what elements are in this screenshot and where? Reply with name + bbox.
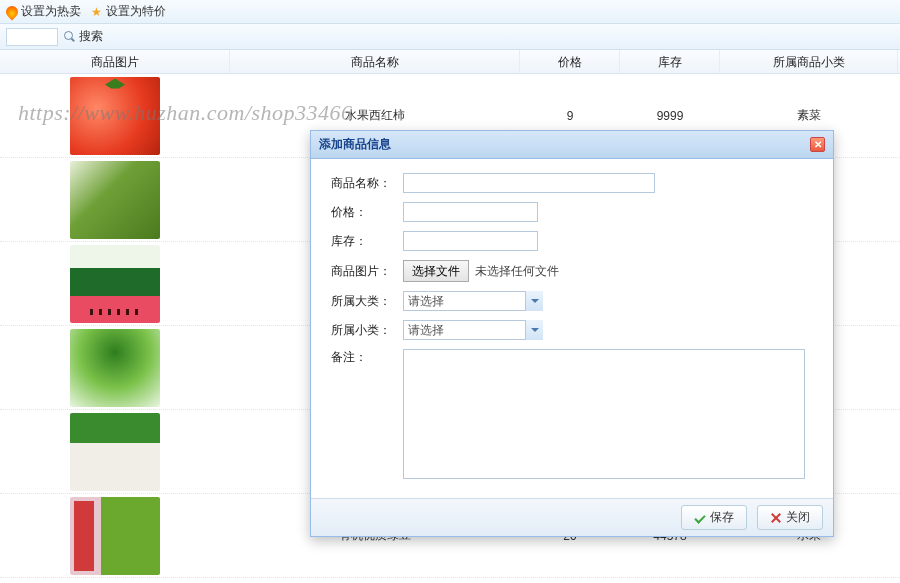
col-header-price: 价格 xyxy=(520,50,620,73)
label-price: 价格： xyxy=(331,204,403,221)
grid-header: 商品图片 商品名称 价格 库存 所属商品小类 xyxy=(0,50,900,74)
minor-cat-value: 请选择 xyxy=(408,322,444,339)
search-button[interactable]: 搜索 xyxy=(64,28,103,45)
top-toolbar: 设置为热卖 ★ 设置为特价 xyxy=(0,0,900,24)
x-icon xyxy=(770,512,782,524)
product-thumb xyxy=(70,161,160,239)
cell-category: 素菜 xyxy=(720,107,898,124)
save-button[interactable]: 保存 xyxy=(681,505,747,530)
file-status-text: 未选择任何文件 xyxy=(475,263,559,280)
cell-name: 水果西红柿 xyxy=(230,107,520,124)
close-button-label: 关闭 xyxy=(786,509,810,526)
add-product-modal: 添加商品信息 ✕ 商品名称： 价格： 库存： 商品图片： 选择文件 未选择任何文… xyxy=(310,130,834,537)
chevron-down-icon xyxy=(525,291,543,311)
chevron-down-icon xyxy=(525,320,543,340)
search-icon xyxy=(64,31,76,43)
major-category-select[interactable]: 请选择 xyxy=(403,291,543,311)
label-minor-cat: 所属小类： xyxy=(331,322,403,339)
col-header-name: 商品名称 xyxy=(230,50,520,73)
modal-body: 商品名称： 价格： 库存： 商品图片： 选择文件 未选择任何文件 所属大类： 请… xyxy=(311,159,833,498)
remark-textarea[interactable] xyxy=(403,349,805,479)
set-special-label: 设置为特价 xyxy=(106,3,166,20)
modal-header[interactable]: 添加商品信息 ✕ xyxy=(311,131,833,159)
cell-price: 9 xyxy=(520,109,620,123)
major-cat-value: 请选择 xyxy=(408,293,444,310)
col-header-image: 商品图片 xyxy=(0,50,230,73)
search-bar: 搜索 xyxy=(0,24,900,50)
label-stock: 库存： xyxy=(331,233,403,250)
modal-close-button[interactable]: ✕ xyxy=(810,137,825,152)
label-major-cat: 所属大类： xyxy=(331,293,403,310)
stock-input[interactable] xyxy=(403,231,538,251)
star-icon: ★ xyxy=(91,6,103,18)
close-button[interactable]: 关闭 xyxy=(757,505,823,530)
product-thumb xyxy=(70,329,160,407)
search-input[interactable] xyxy=(6,28,58,46)
set-special-button[interactable]: ★ 设置为特价 xyxy=(91,3,166,20)
product-name-input[interactable] xyxy=(403,173,655,193)
set-hot-button[interactable]: 设置为热卖 xyxy=(6,3,81,20)
label-name: 商品名称： xyxy=(331,175,403,192)
price-input[interactable] xyxy=(403,202,538,222)
modal-title: 添加商品信息 xyxy=(319,136,391,153)
product-thumb xyxy=(70,245,160,323)
check-icon xyxy=(694,512,706,524)
col-header-stock: 库存 xyxy=(620,50,720,73)
set-hot-label: 设置为热卖 xyxy=(21,3,81,20)
save-button-label: 保存 xyxy=(710,509,734,526)
col-header-category: 所属商品小类 xyxy=(720,50,898,73)
product-thumb xyxy=(70,413,160,491)
modal-footer: 保存 关闭 xyxy=(311,498,833,536)
fire-icon xyxy=(4,3,21,20)
minor-category-select[interactable]: 请选择 xyxy=(403,320,543,340)
close-icon: ✕ xyxy=(814,139,822,150)
product-thumb xyxy=(70,497,160,575)
search-button-label: 搜索 xyxy=(79,28,103,45)
product-thumb xyxy=(70,77,160,155)
label-remark: 备注： xyxy=(331,349,403,366)
cell-stock: 9999 xyxy=(620,109,720,123)
label-image: 商品图片： xyxy=(331,263,403,280)
choose-file-button[interactable]: 选择文件 xyxy=(403,260,469,282)
